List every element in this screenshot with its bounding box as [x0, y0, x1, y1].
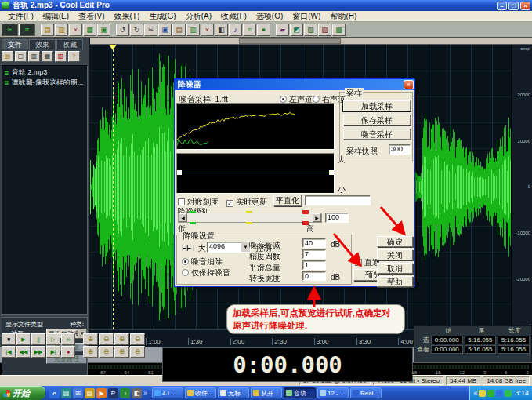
task-folder[interactable]: 从开... [251, 387, 282, 398]
fx-normalize-icon[interactable]: ◩ [290, 24, 303, 36]
level-input[interactable]: 100 [325, 213, 349, 223]
task-cooledit[interactable]: 音轨 ... [284, 387, 316, 398]
ie-icon[interactable]: e [49, 388, 60, 398]
sel-start[interactable]: 0:00.000 [431, 336, 463, 344]
remove-noise-radio[interactable]: 噪音消除 [182, 256, 223, 267]
menu-item[interactable]: 窗口(W) [288, 11, 325, 22]
zoom-in-v-button[interactable]: ⊕ [83, 346, 98, 358]
pause-button[interactable]: || [31, 333, 45, 345]
save-file-icon[interactable]: ▦ [83, 24, 96, 36]
go-start-button[interactable]: |◀ [2, 346, 16, 358]
panel-help-icon[interactable]: ? [68, 51, 80, 62]
amplitude-ruler[interactable]: smpl 20000 10000 0 -10000 -20000 smpl [511, 45, 532, 329]
help-button[interactable]: 帮助 [377, 276, 413, 287]
panel-sort-icon[interactable]: ▥ [28, 51, 40, 62]
delete-icon[interactable]: × [201, 24, 214, 36]
dialog-close-icon[interactable]: × [404, 80, 414, 89]
noise-reduce-input[interactable]: 40 [302, 238, 326, 248]
sel-length[interactable]: 5:16.055 [498, 336, 530, 344]
open-file-icon[interactable]: ▤ [41, 24, 54, 36]
envelope-handle-right[interactable] [329, 170, 334, 175]
menu-item[interactable]: 编辑(E) [38, 11, 74, 22]
task-inbox[interactable]: 收件... [185, 387, 216, 398]
envelope-handle-left[interactable] [177, 170, 182, 175]
undo-icon[interactable]: ↺ [116, 24, 129, 36]
zoom-right-button[interactable]: ⊖ [130, 346, 145, 358]
slider-left-arrow[interactable]: ◀ [179, 213, 187, 222]
horizontal-scrollbar[interactable] [90, 38, 532, 45]
maximize-button[interactable]: □ [508, 2, 519, 10]
fast-forward-button[interactable]: ▶▶ [31, 346, 45, 358]
file-list-item[interactable]: 音轨 2.mp3 [4, 67, 85, 78]
multitrack-view-icon[interactable]: ≡ [19, 24, 35, 36]
go-end-button[interactable]: ▶| [46, 346, 60, 358]
folder-icon[interactable]: ▤ [85, 388, 95, 398]
transition-input[interactable]: 0 [302, 271, 326, 281]
dialog-title[interactable]: 降噪器 [175, 79, 414, 90]
view-start[interactable]: 0:00.000 [431, 345, 463, 354]
copy-icon[interactable]: ▣ [158, 24, 172, 36]
precision-input[interactable]: 7 [302, 249, 326, 259]
mail-icon[interactable]: ✉ [73, 388, 83, 398]
zoom-in-button[interactable]: ⊕ [83, 333, 98, 345]
zoom-left-button[interactable]: ⊕ [114, 346, 129, 358]
fx-eq-icon[interactable]: ▨ [304, 24, 317, 36]
fx-envelope-icon[interactable]: ▰ [276, 24, 289, 36]
tab-favorites[interactable]: 收藏 [56, 39, 83, 49]
zoom-full-button[interactable]: ⊖ [130, 333, 145, 345]
cut-icon[interactable]: ✂ [144, 24, 157, 36]
task-untitled[interactable]: 无标... [218, 387, 249, 398]
play-button[interactable]: ▶ [16, 333, 31, 345]
cancel-button[interactable]: 取消 [377, 263, 413, 274]
menu-item[interactable]: 分析(A) [181, 11, 216, 22]
settings-icon[interactable]: ● [257, 24, 270, 36]
stop-button[interactable]: ■ [2, 333, 16, 345]
live-update-checkbox[interactable]: ✓实时更新 [226, 197, 267, 208]
paste-icon[interactable]: ▤ [172, 24, 186, 36]
noise-sample-button[interactable]: 噪音采样 [343, 129, 411, 140]
extra-input[interactable] [305, 195, 371, 205]
ok-button[interactable]: 确定 [377, 236, 413, 247]
close-button[interactable]: × [520, 2, 530, 10]
fx-noise-icon[interactable]: ▩ [332, 24, 346, 36]
menu-item[interactable]: 帮助(H) [325, 11, 361, 22]
menu-item[interactable]: 查看(V) [74, 11, 109, 22]
keep-noise-radio[interactable]: 仅保持噪音 [182, 267, 230, 278]
noise-level-slider[interactable]: ◀ ▶ [178, 213, 322, 223]
load-sample-button[interactable]: 加载采样 [343, 100, 411, 111]
window-titlebar[interactable]: 音轨 2.mp3 - Cool Edit Pro – □ × [0, 0, 532, 11]
menu-item[interactable]: 效果(T) [109, 11, 144, 22]
menu-item[interactable]: 生成(G) [144, 11, 180, 22]
envelope-line[interactable] [178, 173, 333, 173]
snapshot-input[interactable]: 300 [389, 144, 411, 155]
properties-icon[interactable]: ≡ [243, 24, 256, 36]
fft-size-dropdown[interactable]: 4096 ▼ [207, 242, 251, 253]
tray-volume-icon[interactable] [479, 390, 486, 397]
close-file-icon[interactable]: × [69, 24, 82, 36]
panel-insert-icon[interactable]: ▦ [42, 51, 53, 62]
play-to-end-button[interactable]: ▷ [46, 333, 60, 345]
waveform-view-icon[interactable]: ≈ [2, 24, 18, 36]
save-sample-button[interactable]: 保存采样 [343, 115, 411, 125]
slider-right-arrow[interactable]: ▶ [313, 213, 321, 222]
show-desktop-icon[interactable]: ▤ [61, 388, 71, 398]
sel-end[interactable]: 5:16.055 [465, 336, 497, 344]
smoothing-input[interactable]: 1 [302, 260, 326, 270]
file-list[interactable]: 音轨 2.mp3谭咏麟-像我这样的朋... [2, 65, 88, 315]
redo-icon[interactable]: ↻ [130, 24, 143, 36]
tray-chevron-icon[interactable]: « [473, 389, 477, 397]
loop-button[interactable]: ∞ [61, 333, 75, 345]
view-end[interactable]: 5:16.055 [465, 345, 497, 354]
task-realplayer[interactable]: Real... [350, 387, 382, 398]
mix-paste-icon[interactable]: ▥ [186, 24, 200, 36]
close-dialog-button[interactable]: 关闭 [377, 249, 413, 260]
noise-envelope-graph[interactable] [176, 153, 335, 194]
media-player-icon[interactable]: ▶ [96, 388, 107, 398]
zoom-sel-button[interactable]: ⊕ [114, 333, 129, 345]
tab-effects[interactable]: 效果 [29, 39, 56, 49]
view-length[interactable]: 5:16.055 [498, 345, 530, 354]
fx-reverb-icon[interactable]: ▧ [318, 24, 331, 36]
zoom-out-v-button[interactable]: ⊖ [99, 346, 114, 358]
menu-item[interactable]: 选项(O) [252, 11, 288, 22]
time-display[interactable]: 0:00.000 [162, 347, 413, 382]
